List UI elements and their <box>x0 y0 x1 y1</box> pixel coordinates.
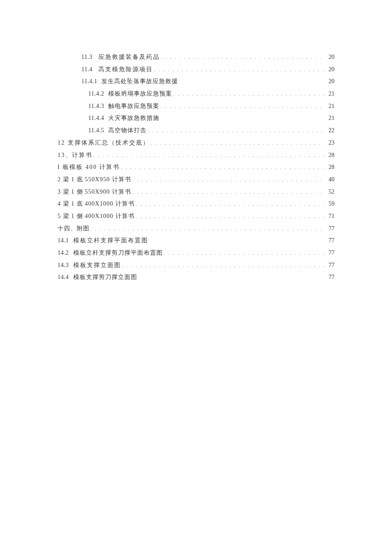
toc-entry: 14.4模板支撑剪刀撑立面图77 <box>58 271 334 284</box>
toc-entry-number: 14.4 <box>58 271 69 284</box>
toc-entry-number: 11.4.5 <box>88 125 104 137</box>
toc-entry-page: 20 <box>325 64 334 76</box>
toc-leader-dots <box>132 186 324 194</box>
toc-leader-dots <box>150 137 325 145</box>
toc-leader-dots <box>173 88 324 96</box>
toc-entry-page: 77 <box>325 259 334 272</box>
toc-leader-dots <box>138 272 325 279</box>
toc-entry-page: 20 <box>325 51 334 64</box>
toc-entry-page: 52 <box>325 186 334 198</box>
toc-entry-title: 12 支撑体系汇总（技术交底） <box>58 137 150 149</box>
toc-entry-title: 4 梁 1 底 400X1000 计算书 <box>58 198 135 210</box>
toc-entry: 11.4.3触电事故应急预案21 <box>58 100 334 113</box>
toc-leader-dots <box>121 162 324 169</box>
toc-entry-title: 十四、附图 <box>58 223 89 235</box>
toc-entry-page: 77 <box>325 235 334 247</box>
toc-entry: 14.2模板立杆支撑剪刀撑平面布置图77 <box>58 247 334 259</box>
table-of-contents: 11.3应急救援装备及药品2011.4高支模危险源项目2011.4.1发生高处坠… <box>58 51 334 284</box>
toc-entry: 5 梁 1 侧 400X1000 计算书71 <box>58 210 334 223</box>
toc-entry-page: 21 <box>325 88 334 100</box>
toc-leader-dots <box>154 64 324 71</box>
toc-entry: 11.4.1发生高处坠落事故应急救援20 <box>58 76 334 88</box>
toc-entry-title: 发生高处坠落事故应急救援 <box>101 76 178 88</box>
toc-entry-page: 59 <box>325 198 334 210</box>
toc-entry-page: 21 <box>325 112 334 125</box>
toc-leader-dots <box>93 150 324 157</box>
toc-entry-number: 11.3 <box>81 51 92 64</box>
toc-leader-dots <box>164 247 325 255</box>
toc-entry-number: 11.4.4 <box>88 112 104 125</box>
toc-leader-dots <box>160 113 324 120</box>
toc-entry-title: I 板模板 400 计算书 <box>58 161 120 174</box>
toc-entry-number: 11.4 <box>81 64 92 76</box>
toc-entry: I 板模板 400 计算书28 <box>58 161 334 174</box>
toc-leader-dots <box>132 174 324 181</box>
toc-entry-title: 高空物体打击 <box>108 125 147 137</box>
toc-entry-number: 14.1 <box>58 235 69 247</box>
toc-entry-number: 11.4.2 <box>88 88 104 100</box>
toc-entry-title: 高支模危险源项目 <box>98 64 153 76</box>
toc-entry-number: 11.4.1 <box>81 76 97 88</box>
toc-entry-title: 2 梁 1 底 550X950 计算书 <box>58 174 131 186</box>
toc-leader-dots <box>160 101 324 108</box>
toc-entry-number: 14.2 <box>58 247 69 259</box>
toc-entry: 11.4高支模危险源项目20 <box>58 64 334 76</box>
toc-entry-page: 21 <box>325 100 334 113</box>
toc-entry-number: 11.4.3 <box>88 100 104 113</box>
toc-entry-title: 模板立杆支撑平面布置图 <box>73 235 148 247</box>
toc-entry-title: 3 梁 1 侧 550X900 计算书 <box>58 186 131 198</box>
toc-entry: 11.4.5高空物体打击22 <box>58 125 334 137</box>
toc-leader-dots <box>147 125 324 132</box>
toc-entry-page: 23 <box>325 137 334 149</box>
toc-entry: 14.3模板支撑立面图77 <box>58 259 334 272</box>
toc-leader-dots <box>90 223 324 230</box>
toc-entry-page: 77 <box>325 223 334 235</box>
toc-entry-title: 13、计算书 <box>58 149 92 162</box>
toc-entry-title: 模板坍塌事故应急预案 <box>108 88 172 100</box>
toc-entry-page: 71 <box>325 210 334 223</box>
toc-entry-page: 28 <box>325 161 334 174</box>
toc-entry-title: 触电事故应急预案 <box>108 100 159 113</box>
toc-entry: 11.4.4火灾事故急救措施21 <box>58 112 334 125</box>
toc-entry-number: 14.3 <box>58 259 69 272</box>
toc-entry: 4 梁 1 底 400X1000 计算书59 <box>58 198 334 210</box>
toc-leader-dots <box>135 211 324 218</box>
toc-entry: 十四、附图77 <box>58 223 334 235</box>
toc-entry: 11.4.2模板坍塌事故应急预案21 <box>58 88 334 100</box>
toc-entry-page: 40 <box>325 174 334 186</box>
toc-entry-page: 77 <box>325 271 334 284</box>
toc-entry-title: 应急救援装备及药品 <box>98 51 160 64</box>
toc-entry-page: 28 <box>325 149 334 162</box>
toc-entry-title: 模板立杆支撑剪刀撑平面布置图 <box>73 247 163 259</box>
toc-entry-page: 77 <box>325 247 334 259</box>
toc-entry-page: 22 <box>325 125 334 137</box>
toc-leader-dots <box>161 52 324 59</box>
toc-entry: 11.3应急救援装备及药品20 <box>58 51 334 64</box>
toc-leader-dots <box>122 260 325 267</box>
toc-entry: 3 梁 1 侧 550X900 计算书52 <box>58 186 334 198</box>
toc-leader-dots <box>179 76 324 84</box>
toc-entry-title: 模板支撑立面图 <box>73 259 121 272</box>
toc-entry: 13、计算书28 <box>58 149 334 162</box>
toc-entry-page: 20 <box>325 76 334 88</box>
toc-entry-title: 5 梁 1 侧 400X1000 计算书 <box>58 210 135 223</box>
toc-entry-title: 模板支撑剪刀撑立面图 <box>73 271 137 284</box>
toc-entry: 14.1模板立杆支撑平面布置图77 <box>58 235 334 247</box>
toc-leader-dots <box>135 198 324 206</box>
toc-entry: 12 支撑体系汇总（技术交底）23 <box>58 137 334 149</box>
toc-entry: 2 梁 1 底 550X950 计算书40 <box>58 174 334 186</box>
toc-leader-dots <box>149 235 325 243</box>
toc-entry-title: 火灾事故急救措施 <box>108 112 159 125</box>
